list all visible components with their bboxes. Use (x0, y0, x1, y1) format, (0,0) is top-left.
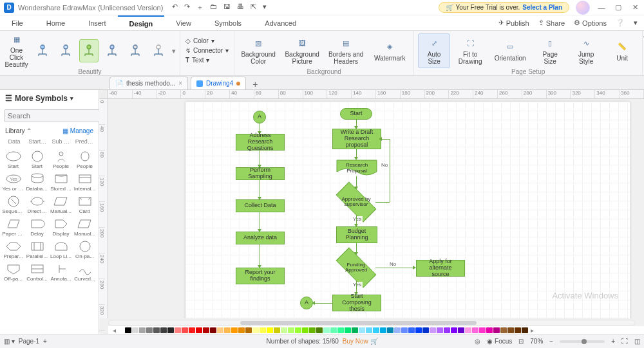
node-address-questions[interactable]: Address Research Questions (236, 134, 285, 151)
bg-picture-button[interactable]: 🖼Background Picture (282, 33, 322, 68)
more-icon[interactable]: ▾ (263, 3, 267, 12)
paper[interactable]: A Address Research Questions Perform Sam… (185, 102, 630, 318)
close-icon[interactable]: ✕ (630, 3, 640, 12)
collapse-ribbon-icon[interactable]: ▾ (634, 19, 638, 27)
undo-icon[interactable]: ↶ (172, 3, 178, 12)
node-budget[interactable]: Budget Planning (336, 226, 377, 243)
scrollbar-thumb[interactable] (240, 321, 477, 325)
theme-style-6[interactable] (149, 39, 168, 62)
menu-symbols[interactable]: Symbols (203, 15, 253, 30)
pages-icon[interactable]: ▥ ▾ (4, 338, 15, 345)
text-dropdown[interactable]: T Text ▾ (184, 56, 230, 64)
tab-drawing4[interactable]: Drawing4 (191, 77, 246, 89)
color-swatch[interactable] (522, 327, 528, 333)
color-swatch[interactable] (252, 327, 259, 333)
zoom-slider[interactable] (560, 340, 605, 343)
color-swatch[interactable] (217, 327, 223, 333)
shape-item[interactable]: Manual... (49, 194, 73, 216)
node-compose[interactable]: Start Composing thesis (332, 295, 381, 311)
node-sampling[interactable]: Perform Sampling (236, 167, 285, 180)
shape-item[interactable]: Off-pa... (1, 261, 25, 284)
decision-supervisor[interactable]: Approved by supervisor (337, 189, 375, 215)
auto-size-button[interactable]: ⤢Auto Size (418, 33, 450, 68)
theme-style-2[interactable] (56, 39, 75, 62)
color-swatch[interactable] (401, 327, 408, 333)
color-swatch[interactable] (302, 327, 308, 333)
color-swatch[interactable] (281, 327, 287, 333)
page-size-button[interactable]: ▯Page Size (534, 33, 566, 68)
new-icon[interactable]: ＋ (196, 3, 204, 12)
color-swatch[interactable] (288, 327, 294, 333)
palette-prev-icon[interactable]: ◂ (111, 327, 117, 334)
color-swatch[interactable] (415, 327, 422, 333)
color-swatch[interactable] (451, 327, 457, 333)
connector-dropdown[interactable]: ↯ Connector ▾ (184, 46, 230, 55)
color-swatch[interactable] (472, 327, 478, 333)
redo-icon[interactable]: ↷ (184, 3, 190, 12)
cat-predef[interactable]: Predefi... (74, 137, 95, 146)
shape-item[interactable]: On-pa... (73, 239, 97, 261)
color-swatch[interactable] (515, 327, 521, 333)
color-swatch[interactable] (238, 327, 245, 333)
connector-a[interactable]: A (253, 111, 266, 124)
minimize-icon[interactable]: — (596, 4, 607, 12)
shape-item[interactable]: YesYes or No (1, 171, 25, 194)
color-swatch[interactable] (132, 327, 138, 333)
shape-item[interactable]: Sequen... (1, 194, 25, 216)
color-swatch[interactable] (352, 327, 358, 333)
color-swatch[interactable] (337, 327, 344, 333)
shape-item[interactable]: Parallel... (25, 239, 49, 261)
color-swatch[interactable] (387, 327, 393, 333)
color-swatch[interactable] (408, 327, 415, 333)
node-proposal-doc[interactable]: Research Proposal (336, 160, 377, 176)
color-swatch[interactable] (309, 327, 316, 333)
color-swatch[interactable] (394, 327, 401, 333)
close-tab-icon[interactable]: × (178, 80, 182, 87)
fullscreen-icon[interactable]: ⛶ (621, 338, 628, 345)
export-icon[interactable]: ⇱ (251, 3, 256, 12)
shape-item[interactable]: Database (25, 171, 49, 194)
manage-button[interactable]: ▦ Manage (62, 127, 93, 134)
color-swatch[interactable] (500, 327, 507, 333)
jump-style-button[interactable]: ∿Jump Style (570, 33, 602, 68)
color-swatch[interactable] (203, 327, 209, 333)
color-swatch[interactable] (125, 327, 131, 333)
color-swatch[interactable] (231, 327, 238, 333)
maximize-icon[interactable]: ▢ (613, 3, 623, 12)
color-swatch[interactable] (267, 327, 273, 333)
shape-item[interactable]: Annota... (49, 261, 73, 284)
color-swatch[interactable] (437, 327, 443, 333)
shape-item[interactable]: Manual... (73, 216, 97, 239)
shape-item[interactable]: Direct ... (25, 194, 49, 216)
shape-item[interactable]: Prepar... (1, 239, 25, 261)
theme-style-1[interactable] (33, 39, 52, 62)
color-swatch[interactable] (359, 327, 365, 333)
shape-item[interactable]: People (49, 149, 73, 171)
color-swatch[interactable] (274, 327, 280, 333)
publish-button[interactable]: ✈ Publish (498, 19, 529, 27)
shape-item[interactable]: People (73, 149, 97, 171)
shape-item[interactable]: Stored ... (49, 171, 73, 194)
theme-style-4[interactable] (102, 39, 122, 62)
theme-style-3[interactable] (79, 39, 99, 62)
color-swatch[interactable] (189, 327, 195, 333)
color-swatch[interactable] (175, 327, 181, 333)
color-swatch[interactable] (118, 327, 124, 333)
color-swatch[interactable] (486, 327, 493, 333)
connector-a-bottom[interactable]: A (300, 297, 313, 309)
color-swatch[interactable] (422, 327, 429, 333)
shape-item[interactable]: Curved... (73, 261, 97, 284)
color-swatch[interactable] (380, 327, 386, 333)
open-icon[interactable]: 🗀 (210, 3, 217, 12)
menu-view[interactable]: View (164, 15, 203, 30)
node-analyze[interactable]: Analyze data (236, 232, 285, 244)
theme-more-icon[interactable]: ▾ (172, 47, 176, 55)
color-swatch[interactable] (196, 327, 202, 333)
color-swatch[interactable] (444, 327, 450, 333)
color-dropdown[interactable]: ◇ Color ▾ (184, 37, 230, 45)
menu-design[interactable]: Design (118, 15, 165, 30)
color-swatch[interactable] (245, 327, 252, 333)
color-swatch[interactable] (430, 327, 436, 333)
shape-item[interactable]: Paper T... (1, 216, 25, 239)
borders-headers-button[interactable]: ▤Borders and Headers (326, 33, 366, 68)
